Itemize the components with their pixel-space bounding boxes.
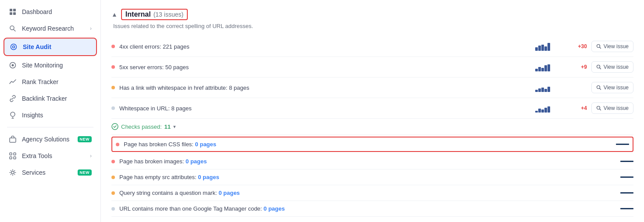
- sidebar-item-services[interactable]: Services NEW: [0, 164, 100, 181]
- bar1: [535, 90, 538, 92]
- search-icon: [596, 106, 601, 111]
- issue-text-4xx: 4xx client errors: 221 pages: [119, 43, 531, 50]
- checks-count: 11: [165, 123, 171, 130]
- view-issue-btn-5xx[interactable]: View issue: [591, 61, 633, 73]
- sidebar-item-agency-label: Agency Solutions: [22, 136, 72, 143]
- svg-rect-11: [14, 153, 16, 155]
- bar1: [535, 47, 538, 51]
- rank-tracker-icon: [9, 78, 17, 86]
- view-issue-btn-href[interactable]: View issue: [591, 82, 633, 93]
- issue-prefix-url: Whitespace in URL:: [119, 105, 172, 112]
- bar2: [538, 46, 541, 51]
- bar2: [538, 88, 541, 92]
- issue-pages-4xx: 221 pages: [163, 43, 190, 50]
- dashboard-icon: [9, 8, 17, 16]
- svg-point-6: [13, 46, 15, 48]
- issue-pages-url: 8 pages: [172, 105, 192, 112]
- svg-point-18: [597, 106, 600, 109]
- backlink-tracker-icon: [9, 95, 17, 102]
- expand-checks-button[interactable]: ▾: [173, 124, 176, 130]
- site-audit-icon: [10, 43, 18, 51]
- view-issue-btn-4xx[interactable]: View issue: [591, 41, 633, 52]
- svg-rect-1: [13, 9, 16, 11]
- view-issue-label: View issue: [604, 64, 629, 70]
- issue-pages-href: 8 pages: [229, 85, 249, 91]
- sidebar-item-dashboard-label: Dashboard: [22, 8, 92, 15]
- sidebar-item-site-monitoring[interactable]: Site Monitoring: [0, 57, 100, 74]
- view-issue-label: View issue: [604, 43, 629, 49]
- sidebar-item-site-audit[interactable]: Site Audit: [4, 38, 97, 56]
- svg-point-17: [597, 86, 600, 89]
- extra-tools-chevron-icon: ›: [90, 153, 92, 159]
- indicator-orange-href: [111, 86, 115, 89]
- mini-bar-query: [620, 192, 633, 194]
- issue-prefix-href: Has a link with whitespace in href attri…: [119, 85, 229, 91]
- svg-point-16: [597, 65, 600, 68]
- sidebar-item-backlink-tracker[interactable]: Backlink Tracker: [0, 90, 100, 107]
- sidebar-item-keyword-research[interactable]: Keyword Research ›: [0, 20, 100, 37]
- sidebar-item-rank-tracker[interactable]: Rank Tracker: [0, 74, 100, 90]
- svg-point-8: [12, 64, 14, 67]
- bar1: [535, 69, 538, 71]
- chart-5xx: [535, 63, 570, 71]
- issue-row-broken-images: Page has broken images: 0 pages: [111, 154, 633, 169]
- svg-rect-9: [10, 138, 16, 142]
- bar5: [547, 43, 550, 51]
- issue-text-url: Whitespace in URL: 8 pages: [119, 105, 531, 112]
- agency-new-badge: NEW: [78, 136, 92, 142]
- extra-tools-icon: [9, 152, 17, 160]
- issue-row-whitespace-url: Whitespace in URL: 8 pages +4 View issue: [111, 98, 633, 119]
- indicator-empty-src: [111, 176, 115, 179]
- sidebar-item-dashboard[interactable]: Dashboard: [0, 4, 100, 20]
- sidebar-item-services-label: Services: [22, 169, 72, 176]
- svg-point-4: [10, 26, 14, 30]
- svg-rect-10: [10, 153, 12, 155]
- sidebar-item-rank-label: Rank Tracker: [22, 78, 92, 85]
- agency-solutions-icon: [9, 135, 17, 143]
- sidebar: Dashboard Keyword Research › Site Audit …: [0, 0, 101, 222]
- indicator-broken-images: [111, 160, 115, 163]
- indicator-gtm: [111, 207, 115, 211]
- section-header: ▲ Internal (13 issues): [111, 9, 633, 20]
- mini-bar-gtm: [620, 208, 633, 209]
- issue-row-broken-css: Page has broken CSS files: 0 pages: [111, 137, 633, 152]
- svg-rect-12: [10, 157, 12, 159]
- services-icon: [9, 169, 17, 176]
- view-issue-label: View issue: [604, 85, 629, 91]
- delta-4xx: +30: [575, 43, 587, 49]
- sidebar-item-agency-solutions[interactable]: Agency Solutions NEW: [0, 131, 100, 148]
- svg-rect-2: [10, 12, 12, 15]
- issue-text-5xx: 5xx server errors: 50 pages: [119, 64, 531, 70]
- indicator-gray-url: [111, 106, 115, 110]
- svg-point-5: [11, 44, 17, 50]
- issue-prefix-5xx: 5xx server errors:: [119, 64, 165, 70]
- issue-text-gtm: URL contains more than one Google Tag Ma…: [119, 205, 616, 212]
- view-issue-btn-url[interactable]: View issue: [591, 102, 633, 114]
- issue-text-query-question: Query string contains a question mark: 0…: [119, 190, 616, 196]
- section-description: Issues related to the correct spelling o…: [113, 23, 633, 29]
- sidebar-item-site-audit-label: Site Audit: [23, 43, 91, 50]
- delta-5xx: +9: [575, 64, 587, 70]
- check-circle-icon: [111, 123, 118, 130]
- insights-icon: [9, 111, 17, 119]
- bar3: [541, 88, 544, 92]
- indicator-broken-css: [116, 143, 119, 146]
- svg-rect-0: [10, 9, 12, 11]
- mini-bar-src: [620, 176, 633, 178]
- issue-pages-5xx: 50 pages: [165, 64, 189, 70]
- bar3: [541, 109, 544, 113]
- sidebar-item-extra-tools[interactable]: Extra Tools ›: [0, 148, 100, 164]
- bar4: [544, 108, 547, 113]
- section-count: (13 issues): [154, 11, 183, 18]
- issue-text-href: Has a link with whitespace in href attri…: [119, 85, 531, 91]
- svg-rect-3: [13, 12, 16, 15]
- zero-pages-images: 0 pages: [186, 158, 207, 165]
- collapse-button[interactable]: ▲: [111, 11, 118, 18]
- indicator-query-question: [111, 191, 115, 195]
- main-content: ▲ Internal (13 issues) Issues related to…: [101, 0, 644, 222]
- zero-pages-src: 0 pages: [198, 174, 219, 180]
- sidebar-item-insights[interactable]: Insights: [0, 107, 100, 123]
- section-title-box: Internal (13 issues): [121, 9, 188, 20]
- chevron-right-icon: ›: [90, 25, 92, 32]
- search-icon: [596, 44, 601, 49]
